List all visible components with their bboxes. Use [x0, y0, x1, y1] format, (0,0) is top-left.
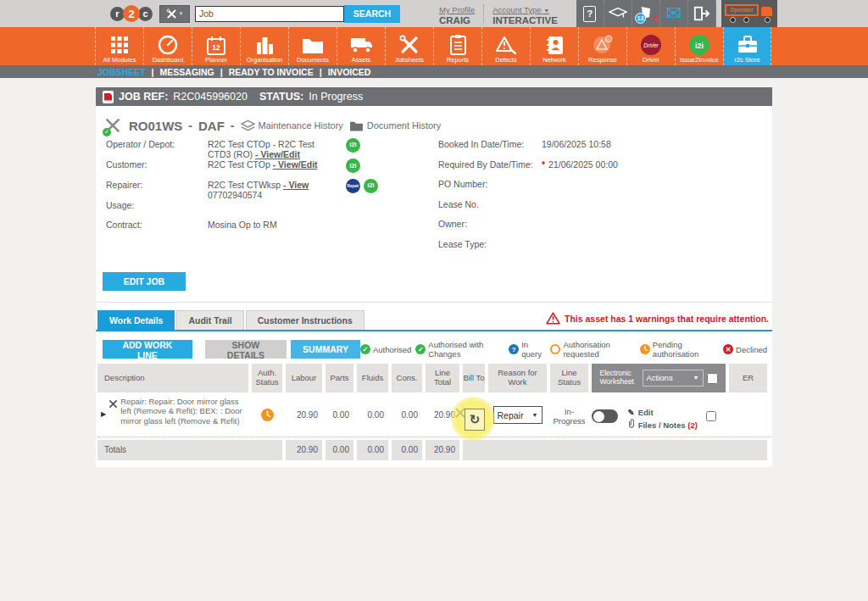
notifications-icon[interactable]: 13 8	[632, 0, 660, 27]
totals-line-total: 20.90	[426, 440, 459, 460]
reason-for-work-select[interactable]: Repair ▼	[493, 406, 542, 424]
account-type-link[interactable]: Account Type ▼	[492, 5, 549, 14]
col-line-total: Line Total	[426, 364, 459, 392]
layers-icon	[241, 120, 255, 131]
help-icon[interactable]: ?	[576, 0, 604, 27]
messages-icon[interactable]: ✉	[660, 0, 688, 27]
subnav-ready-to-invoice[interactable]: READY TO INVOICE	[229, 67, 314, 77]
svg-text:i2i: i2i	[695, 42, 704, 50]
nav-defects[interactable]: Defects	[481, 27, 530, 65]
nav-issue2invoice[interactable]: i2i Issue2Invoice	[675, 27, 723, 65]
nav-documents[interactable]: Documents	[288, 27, 337, 65]
i2i-badge[interactable]: i2i	[346, 138, 360, 153]
edit-link[interactable]: ✎ Edit	[626, 408, 654, 417]
col-auth-status: Auth. Status	[252, 364, 282, 392]
search-input[interactable]	[195, 6, 344, 22]
operator-truck-icon: Operator	[725, 4, 774, 23]
search-button[interactable]: SEARCH	[344, 5, 400, 23]
contacts-icon	[546, 34, 564, 56]
training-icon[interactable]	[604, 0, 632, 27]
tab-customer-instructions[interactable]: Customer Instructions	[246, 310, 364, 330]
view-edit-link[interactable]: - View/Edit	[273, 159, 318, 170]
col-cons: Cons.	[392, 364, 422, 392]
work-line-description: Repair: Repair: Door mirror glass left (…	[120, 397, 248, 426]
nav-r2c-store[interactable]: r2c Store	[723, 27, 771, 65]
expand-row-icon[interactable]: ▶	[101, 410, 106, 426]
nav-driver[interactable]: Driver Driver	[626, 27, 675, 65]
work-lines-table: Description Auth. Status Labour Parts Fl…	[97, 364, 771, 460]
nav-assets[interactable]: Assets	[337, 27, 385, 65]
check-icon: ✓	[415, 344, 426, 354]
files-notes-link[interactable]: Files / Notes (2)	[626, 420, 698, 430]
my-profile-link[interactable]: My Profile	[439, 5, 475, 14]
calendar-icon: 12	[207, 34, 225, 56]
col-bill-to: Bill To	[463, 364, 485, 392]
logo-2: 2	[123, 5, 140, 22]
tab-audit-trail[interactable]: Audit Trail	[176, 310, 243, 330]
totals-fluids: 0.00	[357, 440, 388, 460]
col-fluids: Fluids	[357, 364, 388, 392]
r2c-logo: r 2 c	[110, 5, 153, 22]
chevron-down-icon: ▼	[179, 11, 184, 16]
account-type-value: INTERACTIVE	[492, 15, 558, 26]
repairer-badge[interactable]: Repair	[346, 179, 360, 193]
operator-mode-indicator[interactable]: Operator	[721, 0, 777, 27]
jobsheet-subnav: JOBSHEET | MESSAGING | READY TO INVOICE …	[0, 65, 868, 78]
add-work-line-button[interactable]: ADD WORK LINE	[103, 340, 192, 359]
nav-jobsheets[interactable]: Jobsheets	[385, 27, 433, 65]
subnav-messaging[interactable]: MESSAGING	[160, 67, 214, 77]
cons-value: 0.00	[392, 397, 422, 420]
repair-tools-icon	[108, 399, 118, 426]
subnav-jobsheet[interactable]: JOBSHEET	[97, 67, 146, 77]
nav-planner[interactable]: 12 Planner	[192, 27, 240, 65]
logo-c: c	[138, 7, 153, 21]
nav-dashboard[interactable]: Dashboard	[143, 27, 192, 65]
nav-reports[interactable]: Reports	[433, 27, 481, 65]
divider	[483, 4, 484, 23]
work-line-row: ▶ Repair: Repair: Door mirror glass left…	[97, 392, 771, 437]
driver-circle-icon: Driver	[640, 34, 662, 56]
nav-response[interactable]: Response	[578, 27, 626, 65]
detail-operator-depot: Operator / Depot: R2C Test CTOp - R2C Te…	[106, 139, 438, 159]
nav-organisation[interactable]: Organisation	[240, 27, 288, 65]
files-count: (2)	[687, 420, 698, 430]
job-ref-value: R2C045996020	[173, 91, 248, 103]
paperclip-icon	[626, 419, 636, 431]
folder-icon	[349, 120, 364, 131]
summary-button[interactable]: SUMMARY	[291, 340, 360, 359]
table-header-row: Description Auth. Status Labour Parts Fl…	[97, 364, 771, 392]
view-link[interactable]: - View	[283, 180, 309, 190]
folder-icon	[302, 34, 324, 56]
view-edit-link[interactable]: - View/Edit	[255, 149, 300, 159]
row-checkbox[interactable]	[706, 411, 716, 421]
actions-select[interactable]: Actions ▼	[643, 370, 704, 387]
check-badge-icon: ✓	[103, 128, 111, 136]
i2i-circle-icon: i2i	[688, 34, 710, 56]
totals-labour: 20.90	[286, 440, 322, 460]
document-history-link[interactable]: Document History	[349, 120, 441, 131]
select-all-checkbox[interactable]	[707, 373, 718, 384]
col-electronic-worksheet: Electronic Worksheet Actions ▼	[592, 364, 726, 392]
i2i-badge[interactable]: i2i	[364, 179, 378, 193]
i2i-badge[interactable]: i2i	[346, 159, 360, 173]
worksheet-toggle[interactable]	[592, 409, 618, 423]
refresh-button[interactable]: ↻	[465, 409, 485, 431]
user-name: CRAIG	[439, 15, 475, 26]
show-details-button[interactable]: SHOW DETAILS	[205, 340, 287, 359]
cross-icon: ✕	[723, 344, 733, 354]
pdf-icon[interactable]	[103, 91, 114, 103]
clock-icon	[640, 344, 650, 354]
edit-job-button[interactable]: EDIT JOB	[103, 272, 186, 291]
nav-network[interactable]: Network	[530, 27, 578, 65]
tab-work-details[interactable]: Work Details	[97, 310, 175, 330]
nav-all-modules[interactable]: All Modules	[95, 27, 143, 65]
required-asterisk: *	[542, 159, 545, 170]
search-category-button[interactable]: ▼	[159, 5, 190, 23]
logout-icon[interactable]	[688, 0, 716, 27]
maintenance-history-link[interactable]: Maintenance History	[241, 120, 343, 131]
vehicle-tools-icon: ✓	[104, 117, 123, 134]
asset-warning: This asset has 1 warnings that require a…	[546, 312, 772, 330]
fluids-value: 0.00	[357, 397, 388, 420]
subnav-invoiced[interactable]: INVOICED	[328, 67, 371, 77]
operator-label: Operator	[725, 4, 759, 16]
